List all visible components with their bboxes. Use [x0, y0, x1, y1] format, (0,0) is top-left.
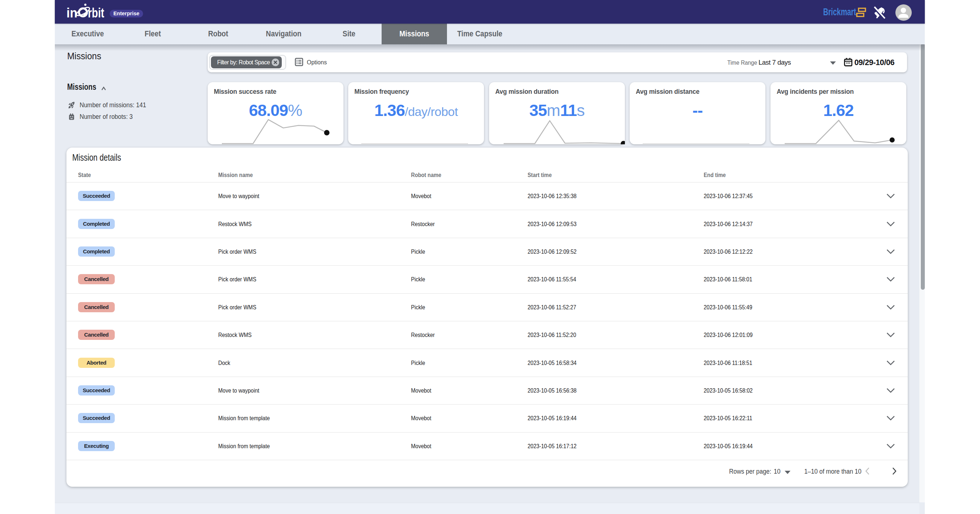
svg-text:in: in	[67, 5, 77, 20]
svg-text:rbit: rbit	[88, 5, 104, 20]
